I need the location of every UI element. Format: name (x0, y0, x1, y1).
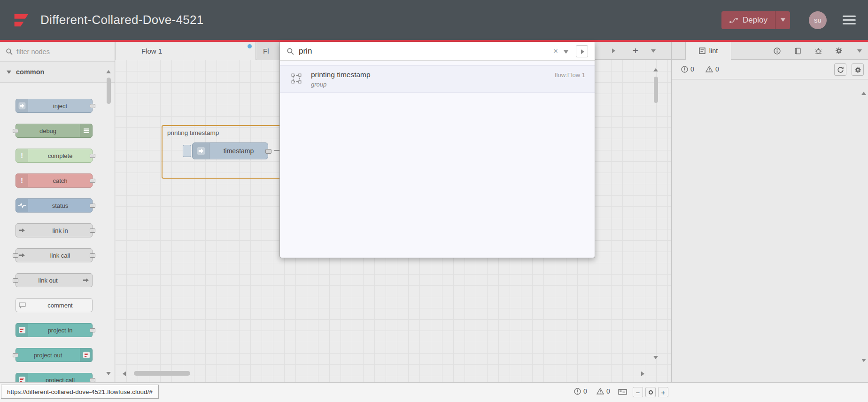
comment-bubble-icon (16, 299, 28, 312)
palette-node-label: inject (28, 102, 92, 110)
help-tab-button[interactable] (791, 44, 804, 57)
node-port (90, 253, 95, 258)
book-icon (794, 47, 801, 55)
palette-node-label: catch (28, 177, 92, 184)
tab-scroll-right-button[interactable] (606, 44, 620, 57)
node-port (90, 104, 95, 108)
sidebar-collapse-button[interactable] (853, 44, 866, 57)
unsaved-changes-dot (248, 44, 252, 48)
canvas-vscroll-thumb[interactable] (654, 77, 658, 103)
inject-node[interactable]: timestamp (183, 142, 268, 159)
palette-node-inject[interactable]: inject (16, 99, 93, 113)
clear-search-icon[interactable]: × (553, 47, 558, 56)
info-tab-button[interactable] (770, 44, 783, 57)
node-port (13, 278, 18, 283)
palette-node-project-in[interactable]: project in (16, 323, 93, 337)
main-menu-button[interactable] (843, 16, 856, 24)
canvas-scroll-down-icon[interactable] (653, 356, 658, 359)
palette-node-link-call[interactable]: link call (16, 248, 93, 262)
palette-node-debug[interactable]: debug (16, 124, 93, 138)
zoom-reset-button[interactable] (645, 387, 656, 397)
gear-icon (854, 66, 861, 73)
refresh-icon (837, 66, 844, 73)
palette-node-comment[interactable]: comment (16, 298, 93, 312)
search-input[interactable] (299, 47, 553, 56)
link-arrow-icon (16, 224, 28, 237)
status-pulse-icon (16, 199, 28, 212)
canvas-scroll-right-icon[interactable] (641, 371, 644, 376)
node-port (13, 253, 18, 258)
tab-label: lint (709, 47, 718, 55)
zoom-out-button[interactable]: − (633, 387, 643, 397)
lint-error-count: 0 (681, 65, 694, 73)
canvas-scroll-up-icon[interactable] (653, 68, 658, 71)
palette-filter-input[interactable] (16, 48, 109, 55)
debug-tab-button[interactable] (812, 44, 825, 57)
lint-settings-button[interactable] (852, 63, 864, 76)
project-logo-icon (16, 323, 28, 337)
tab-flow-1[interactable]: Flow 1 (115, 42, 256, 60)
warning-triangle-icon (597, 388, 604, 394)
chevron-down-icon (781, 18, 785, 22)
tab-lint[interactable]: lint (685, 42, 731, 60)
zoom-reset-icon (649, 390, 653, 394)
navigator-toggle-button[interactable] (618, 389, 627, 395)
palette-scroll-up-icon[interactable] (106, 70, 111, 73)
palette-node-label: complete (28, 152, 92, 159)
palette-node-label: project out (16, 352, 80, 359)
palette-node-project-out[interactable]: project out (16, 348, 93, 362)
lint-toolbar: 0 0 (672, 60, 868, 79)
catch-exclamation-icon: ! (16, 174, 28, 187)
lint-refresh-button[interactable] (834, 63, 846, 76)
palette-node-label: project in (28, 327, 92, 334)
chevron-down-icon (857, 49, 862, 53)
flowfuse-logo-icon (11, 10, 32, 31)
output-port[interactable] (265, 149, 271, 154)
palette-node-complete[interactable]: ! complete (16, 149, 93, 163)
node-label: timestamp (209, 147, 268, 155)
group-label: printing timestamp (167, 129, 219, 136)
user-avatar[interactable]: su (809, 11, 827, 29)
instance-title: Different-Collared-Dove-4521 (40, 13, 204, 27)
inject-node-body[interactable]: timestamp (192, 142, 268, 159)
footer-error-count: 0 (574, 387, 587, 395)
deploy-button[interactable]: Deploy (721, 11, 790, 29)
deploy-label: Deploy (743, 16, 767, 25)
search-expand-button[interactable] (576, 45, 588, 57)
plus-icon: + (661, 388, 666, 396)
inject-trigger-button[interactable] (183, 145, 191, 157)
tab-label: Fl (263, 47, 269, 55)
palette-node-link-in[interactable]: link in (16, 223, 93, 237)
sidebar-scroll-up-icon[interactable] (861, 92, 866, 95)
search-result-row[interactable]: printing timestamp group flow:Flow 1 (280, 65, 595, 93)
footer-bar: https://different-collared-dove-4521.flo… (0, 382, 868, 402)
palette-scroll-down-icon[interactable] (106, 372, 111, 375)
node-red-editor: Different-Collared-Dove-4521 Deploy su (0, 0, 868, 402)
status-url-tooltip: https://different-collared-dove-4521.flo… (1, 385, 159, 399)
palette-category-common[interactable]: common (0, 62, 115, 83)
flow-list-button[interactable] (646, 44, 660, 57)
inject-arrow-icon (193, 143, 209, 159)
error-circle-icon (681, 66, 688, 73)
result-title: printing timestamp (311, 71, 371, 79)
zoom-in-button[interactable]: + (658, 387, 668, 397)
lint-icon (699, 47, 705, 54)
palette-node-catch[interactable]: ! catch (16, 173, 93, 188)
minimap-icon (618, 389, 627, 395)
add-flow-button[interactable]: + (628, 44, 643, 57)
config-tab-button[interactable] (832, 44, 845, 57)
deploy-button-main[interactable]: Deploy (721, 11, 775, 29)
deploy-options-button[interactable] (775, 11, 790, 29)
palette-node-link-out[interactable]: link out (16, 273, 93, 287)
canvas-scroll-left-icon[interactable] (123, 371, 126, 376)
project-logo-icon (80, 348, 92, 362)
canvas-hscroll-thumb[interactable] (134, 371, 190, 376)
footer-warning-count: 0 (597, 387, 610, 395)
palette-scrollbar-thumb[interactable] (107, 78, 111, 104)
node-group[interactable]: printing timestamp timestamp (162, 125, 284, 179)
search-options-button[interactable] (563, 47, 570, 55)
palette-node-status[interactable]: status (16, 198, 93, 213)
sidebar-scroll-down-icon[interactable] (861, 359, 866, 362)
error-circle-icon (574, 388, 581, 395)
chevron-right-icon (581, 49, 584, 54)
